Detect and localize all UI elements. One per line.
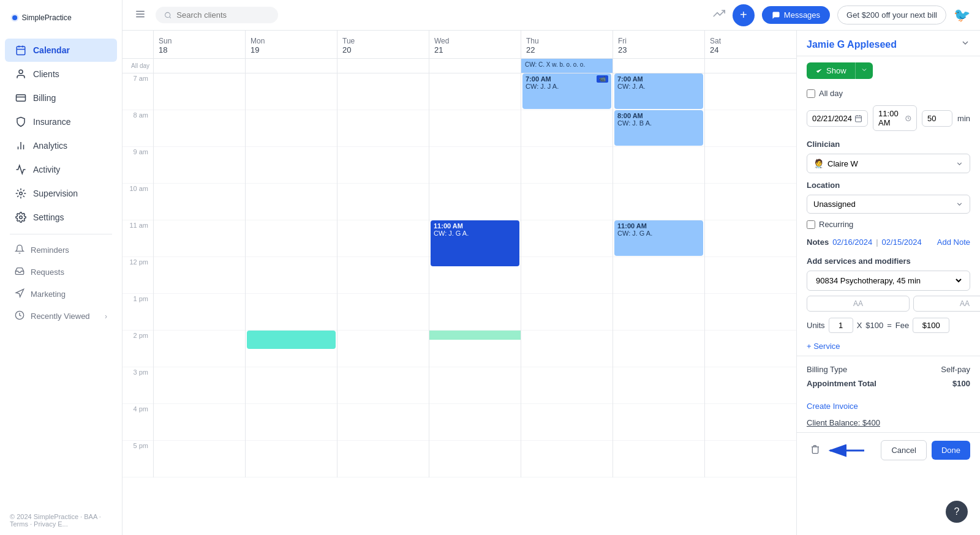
time-7am: 7 am bbox=[123, 73, 153, 110]
clinician-selector[interactable]: 🧑‍⚕️ Claire W bbox=[807, 154, 970, 173]
sidebar-item-activity[interactable]: Activity bbox=[5, 158, 117, 181]
svg-rect-3 bbox=[17, 47, 25, 55]
add-note-link[interactable]: Add Note bbox=[937, 238, 970, 247]
units-input[interactable] bbox=[829, 318, 853, 333]
svg-rect-21 bbox=[856, 116, 862, 122]
fee-input[interactable] bbox=[913, 318, 949, 333]
allday-thu[interactable]: CW: C. X w. b. o. o. o. bbox=[521, 59, 612, 73]
clinician-avatar-icon: 🧑‍⚕️ bbox=[813, 159, 824, 168]
app-logo: SimplePractice bbox=[0, 0, 122, 36]
sidebar-item-reminders[interactable]: Reminders bbox=[5, 239, 117, 261]
person-icon bbox=[15, 68, 27, 80]
sidebar-item-clients[interactable]: Clients bbox=[5, 62, 117, 86]
calendar-small-icon bbox=[854, 114, 862, 122]
svg-line-20 bbox=[170, 17, 171, 18]
calendar-header: Sun 18 Mon 19 Tue 20 Wed 21 Thu 22 bbox=[123, 31, 796, 59]
sidebar-item-settings-label: Settings bbox=[33, 212, 64, 222]
search-icon bbox=[164, 11, 172, 20]
day-col-mon[interactable] bbox=[245, 73, 337, 477]
sidebar-item-settings[interactable]: Settings bbox=[5, 206, 117, 229]
sidebar-item-clients-label: Clients bbox=[33, 69, 59, 79]
notes-date2-link[interactable]: 02/15/2024 bbox=[882, 238, 922, 247]
notes-date1-link[interactable]: 02/16/2024 bbox=[832, 238, 872, 247]
clock-icon bbox=[15, 310, 24, 322]
allday-mon bbox=[245, 59, 337, 73]
day-col-sat[interactable] bbox=[704, 73, 796, 477]
done-button[interactable]: Done bbox=[932, 441, 970, 460]
modifier-2[interactable] bbox=[913, 296, 980, 312]
show-dropdown-button[interactable] bbox=[855, 62, 873, 79]
topbar: + Messages Get $200 off your next bill 🐦 bbox=[123, 0, 980, 31]
appt-wed-11am[interactable]: 11:00 AM CW: J. G A. bbox=[431, 220, 519, 266]
calendar-area: Sun 18 Mon 19 Tue 20 Wed 21 Thu 22 bbox=[123, 31, 980, 535]
cal-day-fri: Fri 23 bbox=[612, 31, 704, 58]
sidebar-item-recently-viewed[interactable]: Recently Viewed › bbox=[5, 305, 117, 327]
calendar-body: 7 am 8 am 9 am 10 am 11 am 12 pm 1 pm 2 … bbox=[123, 73, 796, 477]
duration-field[interactable] bbox=[922, 110, 952, 127]
cal-day-wed: Wed 21 bbox=[429, 31, 521, 58]
allday-fri bbox=[612, 59, 704, 73]
sidebar-item-analytics[interactable]: Analytics bbox=[5, 134, 117, 157]
service-select-input[interactable]: 90834 Psychotherapy, 45 min bbox=[813, 275, 963, 286]
add-service-button[interactable]: + Service bbox=[807, 342, 840, 351]
time-field[interactable]: 11:00 AM bbox=[873, 105, 917, 131]
delete-button[interactable] bbox=[807, 441, 824, 460]
day-col-tue[interactable] bbox=[337, 73, 429, 477]
allday-wed bbox=[429, 59, 521, 73]
appt-close-button[interactable] bbox=[960, 38, 970, 51]
cancel-button[interactable]: Cancel bbox=[881, 440, 926, 460]
sidebar-item-supervision[interactable]: Supervision bbox=[5, 182, 117, 205]
sidebar-item-insurance[interactable]: Insurance bbox=[5, 110, 117, 133]
appt-fri-8am[interactable]: 8:00 AM CW: J. B A. bbox=[614, 110, 703, 146]
services-selector[interactable]: 90834 Psychotherapy, 45 min bbox=[807, 271, 970, 291]
inbox-icon bbox=[15, 266, 24, 278]
bird-icon[interactable]: 🐦 bbox=[954, 7, 970, 23]
messages-button[interactable]: Messages bbox=[762, 6, 830, 24]
all-day-bar: All day CW: C. X w. b. o. o. o. bbox=[123, 59, 796, 73]
sidebar-item-marketing[interactable]: Marketing bbox=[5, 283, 117, 305]
create-invoice-link[interactable]: Create Invoice bbox=[807, 402, 858, 411]
show-button[interactable]: Show bbox=[807, 62, 855, 79]
sidebar-item-calendar-label: Calendar bbox=[33, 45, 70, 55]
billing-type-value: Self-pay bbox=[941, 365, 970, 374]
recurring-checkbox[interactable] bbox=[807, 220, 815, 229]
billing-type-label: Billing Type bbox=[807, 365, 847, 374]
chevron-down-icon bbox=[960, 38, 970, 48]
appt-thu-7am[interactable]: 7:00 AM 📹 CW: J. J A. bbox=[522, 73, 611, 109]
search-box[interactable] bbox=[156, 7, 278, 23]
billing-calc-row: Units X $100 = Fee bbox=[807, 318, 970, 333]
sidebar-item-requests[interactable]: Requests bbox=[5, 261, 117, 283]
time-column: 7 am 8 am 9 am 10 am 11 am 12 pm 1 pm 2 … bbox=[123, 73, 153, 477]
add-button[interactable]: + bbox=[733, 4, 755, 26]
search-input[interactable] bbox=[176, 10, 270, 20]
svg-point-1 bbox=[12, 15, 17, 20]
sidebar-item-calendar[interactable]: Calendar bbox=[5, 39, 117, 62]
appt-mon-teal[interactable] bbox=[247, 331, 336, 349]
chevron-down-small-icon bbox=[861, 66, 868, 73]
appt-fri-11am[interactable]: 11:00 AM CW: J. G A. bbox=[614, 220, 703, 256]
collapse-sidebar-button[interactable] bbox=[132, 6, 148, 24]
client-balance-link[interactable]: Client Balance: $400 bbox=[807, 418, 880, 427]
appt-total-label: Appointment Total bbox=[807, 379, 876, 388]
promo-button[interactable]: Get $200 off your next bill bbox=[837, 6, 946, 24]
day-col-thu[interactable]: 7:00 AM 📹 CW: J. J A. bbox=[521, 73, 612, 477]
appt-fri-7am[interactable]: 7:00 AM CW: J. A. bbox=[614, 73, 703, 109]
sidebar-item-billing[interactable]: Billing bbox=[5, 86, 117, 110]
location-selector[interactable]: Unassigned bbox=[807, 195, 970, 214]
help-button[interactable]: ? bbox=[946, 501, 968, 523]
svg-point-13 bbox=[20, 192, 23, 195]
calendar-scroll[interactable]: 7 am 8 am 9 am 10 am 11 am 12 pm 1 pm 2 … bbox=[123, 73, 796, 535]
trend-icon[interactable] bbox=[713, 7, 725, 23]
modifier-1[interactable] bbox=[807, 296, 910, 312]
time-3pm: 3 pm bbox=[123, 367, 153, 404]
megaphone-icon bbox=[15, 288, 24, 300]
day-col-fri[interactable]: 7:00 AM CW: J. A. 8:00 AM CW: J. B A. 11… bbox=[612, 73, 704, 477]
insurance-icon bbox=[15, 116, 27, 128]
day-col-wed[interactable]: 11:00 AM CW: J. G A. bbox=[429, 73, 521, 477]
all-day-checkbox[interactable] bbox=[807, 89, 815, 98]
day-col-sun[interactable] bbox=[153, 73, 245, 477]
date-field[interactable]: 02/21/2024 bbox=[807, 110, 868, 127]
all-day-checkbox-row: All day bbox=[797, 85, 980, 102]
show-button-group: Show bbox=[807, 62, 970, 79]
equals-symbol: = bbox=[887, 321, 892, 330]
